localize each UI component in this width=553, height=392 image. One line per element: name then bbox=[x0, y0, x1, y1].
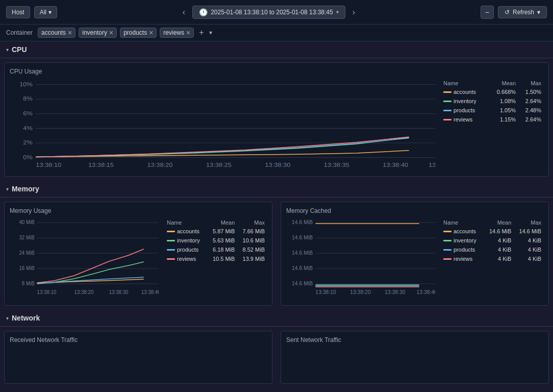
memory-cached-container: 14.6 MiB 14.6 MiB 14.6 MiB 14.6 MiB 14.6… bbox=[286, 218, 543, 300]
memory-usage-svg: 40 MiB 32 MiB 24 MiB 16 MiB 8 MiB 13:38:… bbox=[10, 218, 159, 300]
add-filter-button[interactable]: + bbox=[197, 28, 206, 37]
legend-item-mean: 1.05% bbox=[488, 106, 518, 115]
svg-text:6%: 6% bbox=[23, 110, 33, 116]
legend-mean-header: Mean bbox=[488, 79, 518, 87]
remove-accounts-button[interactable]: × bbox=[68, 29, 72, 36]
cpu-legend: Name Mean Max accounts 0.668% 1.50% bbox=[441, 79, 543, 171]
svg-text:13:38:15: 13:38:15 bbox=[88, 162, 114, 168]
time-range-text: 2025-01-08 13:38:10 to 2025-01-08 13:38:… bbox=[211, 9, 333, 16]
refresh-button[interactable]: ↺ Refresh ▾ bbox=[498, 6, 547, 18]
svg-text:13:38:40: 13:38:40 bbox=[417, 289, 436, 295]
legend-item-mean: 10.5 MiB bbox=[207, 254, 237, 263]
sent-chart-placeholder bbox=[286, 348, 543, 378]
remove-reviews-button[interactable]: × bbox=[186, 29, 190, 36]
svg-text:13:38:30: 13:38:30 bbox=[265, 162, 290, 168]
cpu-section-title: CPU bbox=[12, 45, 27, 54]
prev-time-button[interactable]: ‹ bbox=[180, 7, 188, 18]
legend-item-name: accounts bbox=[441, 87, 488, 96]
legend-item-mean: 4 KiB bbox=[484, 236, 514, 245]
legend-item-name: accounts bbox=[441, 227, 484, 236]
network-chevron-icon: ▾ bbox=[6, 315, 9, 321]
memory-usage-container: 40 MiB 32 MiB 24 MiB 16 MiB 8 MiB 13:38:… bbox=[10, 218, 267, 300]
network-section-header[interactable]: ▾ Network bbox=[0, 310, 553, 327]
container-label: Container bbox=[6, 29, 33, 36]
cpu-section: ▾ CPU CPU Usage 10% 8% bbox=[0, 41, 553, 177]
legend-item-name: inventory bbox=[441, 96, 488, 106]
refresh-icon: ↺ bbox=[505, 9, 510, 16]
svg-text:13:38:30: 13:38:30 bbox=[109, 289, 129, 295]
refresh-chevron-icon: ▾ bbox=[537, 9, 540, 16]
svg-text:13:38:10: 13:38:10 bbox=[36, 162, 61, 168]
legend-row: products 4 KiB 4 KiB bbox=[441, 245, 543, 254]
cpu-usage-panel: CPU Usage 10% 8% 6% bbox=[4, 62, 549, 177]
host-button[interactable]: Host bbox=[6, 6, 30, 18]
cpu-chart-title: CPU Usage bbox=[10, 68, 543, 75]
svg-text:13:38:35: 13:38:35 bbox=[324, 162, 349, 168]
legend-item-mean: 6.18 MiB bbox=[207, 245, 237, 254]
svg-text:13:38:40: 13:38:40 bbox=[141, 289, 159, 295]
mu-legend-mean-header: Mean bbox=[207, 218, 237, 227]
memory-usage-title: Memory Usage bbox=[10, 207, 267, 214]
svg-text:13:38:40: 13:38:40 bbox=[383, 162, 408, 168]
network-section: ▾ Network Received Network Traffic Sent … bbox=[0, 310, 553, 388]
legend-item-mean: 4 KiB bbox=[484, 254, 514, 263]
legend-item-max: 14.6 MiB bbox=[513, 227, 543, 236]
legend-item-name: products bbox=[165, 245, 207, 254]
legend-item-max: 4 KiB bbox=[513, 236, 543, 245]
legend-item-max: 2.48% bbox=[518, 106, 543, 115]
memory-section-header[interactable]: ▾ Memory bbox=[0, 181, 553, 198]
zoom-out-button[interactable]: − bbox=[481, 6, 494, 19]
svg-text:13:38:25: 13:38:25 bbox=[206, 162, 232, 168]
svg-text:4%: 4% bbox=[23, 125, 33, 131]
legend-item-mean: 4 KiB bbox=[484, 245, 514, 254]
time-range-container: ‹ 🕐 2025-01-08 13:38:10 to 2025-01-08 13… bbox=[61, 6, 476, 19]
svg-text:14.6 MiB: 14.6 MiB bbox=[292, 250, 313, 256]
legend-item-name: inventory bbox=[165, 236, 207, 245]
legend-row: inventory 4 KiB 4 KiB bbox=[441, 236, 543, 245]
mc-legend-name-header: Name bbox=[441, 218, 484, 227]
svg-text:13:38:30: 13:38:30 bbox=[385, 289, 406, 295]
network-section-title: Network bbox=[12, 314, 40, 322]
filter-chevron-button[interactable]: ▾ bbox=[209, 29, 212, 36]
legend-item-max: 7.66 MiB bbox=[237, 227, 267, 236]
legend-item-mean: 5.63 MiB bbox=[207, 236, 237, 245]
mc-legend-max-header: Max bbox=[513, 218, 543, 227]
svg-text:14.6 MiB: 14.6 MiB bbox=[292, 281, 313, 286]
cpu-chevron-icon: ▾ bbox=[6, 47, 9, 53]
legend-item-name: reviews bbox=[165, 254, 207, 263]
all-button[interactable]: All ▾ bbox=[34, 6, 57, 18]
svg-text:16 MiB: 16 MiB bbox=[19, 265, 35, 271]
legend-row: inventory 1.08% 2.64% bbox=[441, 96, 543, 106]
svg-text:13:38:20: 13:38:20 bbox=[147, 162, 172, 168]
remove-inventory-button[interactable]: × bbox=[109, 29, 113, 36]
all-label: All bbox=[40, 9, 46, 16]
legend-row: reviews 1.15% 2.64% bbox=[441, 115, 543, 124]
memory-usage-panel: Memory Usage 40 MiB 32 MiB 24 MiB 1 bbox=[4, 202, 272, 306]
received-chart-placeholder bbox=[10, 348, 267, 378]
legend-item-max: 13.9 MiB bbox=[237, 254, 267, 263]
legend-item-name: inventory bbox=[441, 236, 484, 245]
remove-products-button[interactable]: × bbox=[149, 29, 153, 36]
memory-usage-legend: Name Mean Max accounts 5.87 MiB 7.66 bbox=[165, 218, 267, 300]
legend-item-name: reviews bbox=[441, 115, 488, 124]
legend-item-mean: 5.87 MiB bbox=[207, 227, 237, 236]
svg-text:0%: 0% bbox=[23, 154, 33, 160]
cpu-chart-container: 10% 8% 6% 4% 2% 0% 13:38:10 13:38:15 13:… bbox=[10, 79, 543, 171]
legend-row: accounts 5.87 MiB 7.66 MiB bbox=[165, 227, 267, 236]
time-display: 🕐 2025-01-08 13:38:10 to 2025-01-08 13:3… bbox=[192, 6, 345, 19]
main-content: ▾ CPU CPU Usage 10% 8% bbox=[0, 41, 553, 388]
cpu-chart-area: 10% 8% 6% 4% 2% 0% 13:38:10 13:38:15 13:… bbox=[10, 79, 435, 171]
memory-chevron-icon: ▾ bbox=[6, 186, 9, 192]
legend-row: accounts 14.6 MiB 14.6 MiB bbox=[441, 227, 543, 236]
next-time-button[interactable]: › bbox=[349, 7, 358, 18]
filter-inventory-text: inventory bbox=[82, 29, 107, 36]
svg-text:8 MiB: 8 MiB bbox=[22, 281, 35, 286]
legend-item-max: 4 KiB bbox=[513, 254, 543, 263]
cpu-chart-svg: 10% 8% 6% 4% 2% 0% 13:38:10 13:38:15 13:… bbox=[10, 79, 435, 171]
svg-text:2%: 2% bbox=[23, 139, 33, 145]
memory-usage-legend-table: Name Mean Max accounts 5.87 MiB 7.66 bbox=[165, 218, 267, 263]
legend-item-max: 10.6 MiB bbox=[237, 236, 267, 245]
cpu-section-header[interactable]: ▾ CPU bbox=[0, 41, 553, 58]
filter-products-text: products bbox=[123, 29, 147, 36]
legend-item-mean: 1.08% bbox=[488, 96, 518, 106]
